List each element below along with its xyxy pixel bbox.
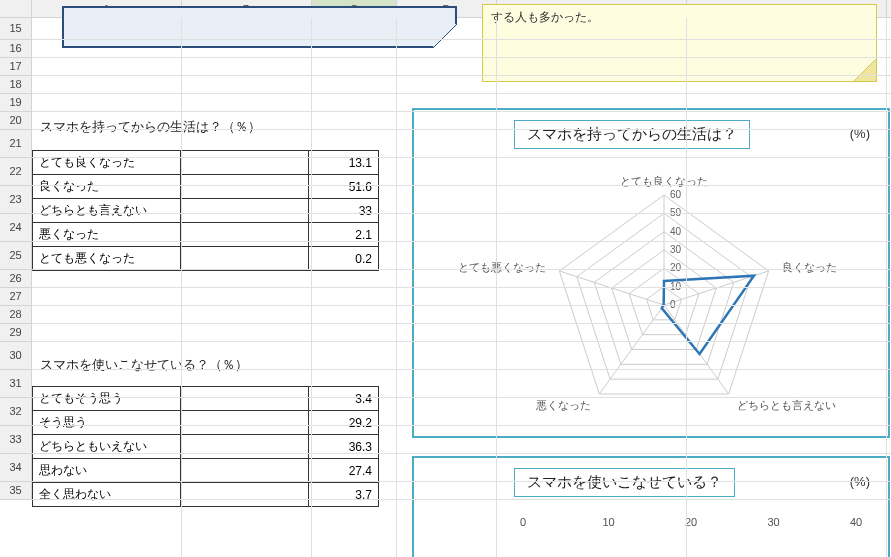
table-cell-empty[interactable]	[181, 387, 309, 411]
table-cell-label[interactable]: とても良くなった	[33, 151, 181, 175]
xtick-label: 0	[520, 516, 526, 528]
bar-chart-title: スマホを使いこなせている？	[514, 468, 735, 497]
table-cell-empty[interactable]	[181, 483, 309, 507]
table-cell-empty[interactable]	[181, 247, 309, 271]
table-cell-value[interactable]: 3.7	[309, 483, 379, 507]
table-row[interactable]: そう思う29.2	[33, 411, 379, 435]
row-header-22[interactable]: 22	[0, 158, 31, 186]
table2-title: スマホを使いこなせている？（％）	[40, 356, 248, 374]
table-row[interactable]: とても良くなった13.1	[33, 151, 379, 175]
table-cell-empty[interactable]	[181, 411, 309, 435]
svg-line-10	[559, 271, 664, 305]
table-cell-value[interactable]: 2.1	[309, 223, 379, 247]
row-header-33[interactable]: 33	[0, 426, 31, 454]
table-row[interactable]: 思わない27.4	[33, 459, 379, 483]
bar-chart-panel[interactable]: スマホを使いこなせている？ (%) 010203040	[412, 456, 890, 557]
table-cell-empty[interactable]	[181, 435, 309, 459]
row-header-30[interactable]: 30	[0, 342, 31, 370]
row-header-15[interactable]: 15	[0, 18, 31, 40]
table-cell-empty[interactable]	[181, 459, 309, 483]
table-row[interactable]: 悪くなった2.1	[33, 223, 379, 247]
row-header-31[interactable]: 31	[0, 370, 31, 398]
xtick-label: 10	[603, 516, 615, 528]
table-cell-empty[interactable]	[181, 223, 309, 247]
table-cell-value[interactable]: 51.6	[309, 175, 379, 199]
svg-text:悪くなった: 悪くなった	[535, 399, 591, 411]
table-cell-value[interactable]: 13.1	[309, 151, 379, 175]
table-cell-label[interactable]: 全く思わない	[33, 483, 181, 507]
table-cell-label[interactable]: 良くなった	[33, 175, 181, 199]
row-header-19[interactable]: 19	[0, 94, 31, 112]
row-header-20[interactable]: 20	[0, 112, 31, 130]
svg-text:20: 20	[670, 262, 682, 273]
row-header-16[interactable]: 16	[0, 40, 31, 58]
table-cell-label[interactable]: とてもそう思う	[33, 387, 181, 411]
callout-fold-icon	[433, 24, 457, 48]
table-cell-label[interactable]: そう思う	[33, 411, 181, 435]
row-header-26[interactable]: 26	[0, 270, 31, 288]
row-header-21[interactable]: 21	[0, 130, 31, 158]
row-headers-col: 1516171819202122232425262728293031323334…	[0, 18, 32, 500]
table-cell-empty[interactable]	[181, 175, 309, 199]
select-all-corner[interactable]	[0, 0, 32, 17]
row-header-29[interactable]: 29	[0, 324, 31, 342]
blue-callout-shape[interactable]	[62, 6, 457, 48]
row-header-27[interactable]: 27	[0, 288, 31, 306]
row-header-17[interactable]: 17	[0, 58, 31, 76]
note-fold-icon	[854, 59, 876, 81]
table-row[interactable]: 全く思わない3.7	[33, 483, 379, 507]
table-cell-label[interactable]: とても悪くなった	[33, 247, 181, 271]
table-row[interactable]: どちらともいえない36.3	[33, 435, 379, 459]
svg-text:40: 40	[670, 226, 682, 237]
row-header-35[interactable]: 35	[0, 482, 31, 500]
table-row[interactable]: どちらとも言えない33	[33, 199, 379, 223]
table-cell-label[interactable]: 悪くなった	[33, 223, 181, 247]
note-text: する人も多かった。	[491, 10, 599, 24]
row-header-18[interactable]: 18	[0, 76, 31, 94]
svg-text:60: 60	[670, 189, 682, 200]
table1[interactable]: とても良くなった13.1良くなった51.6どちらとも言えない33悪くなった2.1…	[32, 150, 379, 271]
row-header-25[interactable]: 25	[0, 242, 31, 270]
table2[interactable]: とてもそう思う3.4そう思う29.2どちらともいえない36.3思わない27.4全…	[32, 386, 379, 507]
row-header-24[interactable]: 24	[0, 214, 31, 242]
table-row[interactable]: 良くなった51.6	[33, 175, 379, 199]
row-header-23[interactable]: 23	[0, 186, 31, 214]
yellow-sticky-note[interactable]: する人も多かった。	[482, 4, 877, 82]
xtick-label: 30	[768, 516, 780, 528]
radar-chart-plot: 0102030405060とても良くなった良くなったどちらとも言えない悪くなった…	[414, 110, 891, 440]
table-row[interactable]: とてもそう思う3.4	[33, 387, 379, 411]
table-cell-value[interactable]: 33	[309, 199, 379, 223]
table-row[interactable]: とても悪くなった0.2	[33, 247, 379, 271]
spreadsheet-grid[interactable]: する人も多かった。 スマホを持ってからの生活は？（％） とても良くなった13.1…	[32, 18, 891, 557]
table-cell-value[interactable]: 29.2	[309, 411, 379, 435]
table-cell-value[interactable]: 36.3	[309, 435, 379, 459]
svg-text:良くなった: 良くなった	[782, 261, 837, 273]
svg-text:とても悪くなった: とても悪くなった	[458, 261, 546, 273]
table1-title: スマホを持ってからの生活は？（％）	[40, 118, 261, 136]
row-header-28[interactable]: 28	[0, 306, 31, 324]
table-cell-label[interactable]: どちらともいえない	[33, 435, 181, 459]
table-cell-value[interactable]: 3.4	[309, 387, 379, 411]
row-header-32[interactable]: 32	[0, 398, 31, 426]
table-cell-empty[interactable]	[181, 199, 309, 223]
xtick-label: 40	[850, 516, 862, 528]
svg-text:30: 30	[670, 244, 682, 255]
table-cell-label[interactable]: 思わない	[33, 459, 181, 483]
row-header-34[interactable]: 34	[0, 454, 31, 482]
table-cell-empty[interactable]	[181, 151, 309, 175]
svg-text:どちらとも言えない: どちらとも言えない	[737, 399, 836, 411]
table-cell-value[interactable]: 27.4	[309, 459, 379, 483]
table-cell-value[interactable]: 0.2	[309, 247, 379, 271]
table-cell-label[interactable]: どちらとも言えない	[33, 199, 181, 223]
